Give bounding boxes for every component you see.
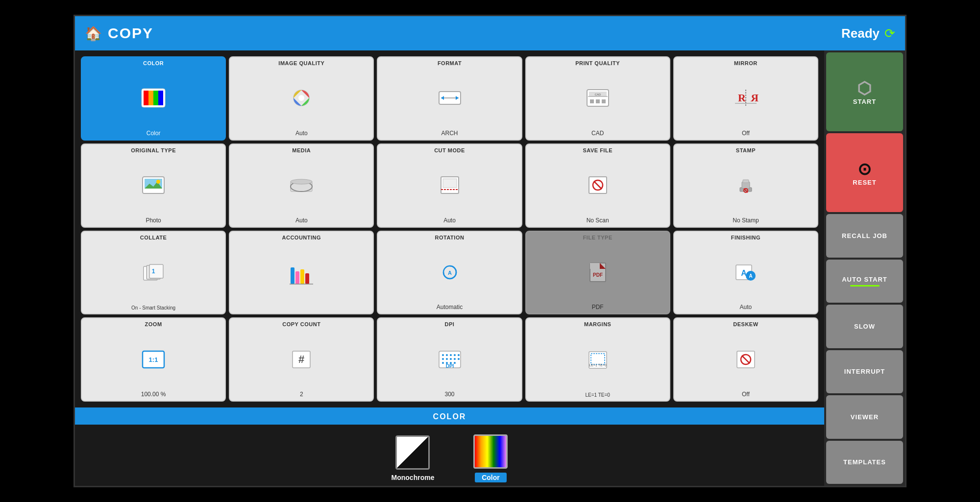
deskew-icon [733,349,759,370]
tile-cut-mode[interactable]: CUT MODE Auto [377,143,522,228]
monochrome-swatch [395,435,430,470]
svg-text:PDF: PDF [593,272,603,278]
svg-rect-37 [743,180,749,183]
main-area: COLOR Color [75,50,905,486]
print-quality-icon: CAD [585,88,611,108]
page-title: COPY [108,25,153,42]
svg-rect-45 [295,271,299,284]
media-icon [289,175,314,195]
svg-rect-1 [144,91,148,105]
svg-point-25 [156,180,160,184]
format-icon [437,88,463,108]
slow-button[interactable]: SLOW [826,305,903,348]
tile-image-quality[interactable]: IMAGE QUALITY Auto [229,56,374,141]
svg-rect-2 [148,91,153,105]
svg-text:#: # [298,353,304,365]
collate-icon: 1 [141,263,166,283]
finishing-icon: A A [733,262,759,283]
svg-point-66 [450,354,452,356]
svg-rect-13 [590,99,594,103]
color-swatch-rainbow [473,434,508,469]
tile-margins[interactable]: MARGINS LE=1 TE=0 LE=1 TE=0 [525,317,670,402]
original-type-icon [141,175,166,195]
tile-zoom[interactable]: ZOOM 1:1 100.00 % [81,317,226,402]
interrupt-button[interactable]: INTERRUPT [826,350,903,394]
grid-row-1: COLOR Color [81,56,818,141]
svg-point-74 [442,362,444,364]
svg-rect-14 [596,99,600,103]
color-panel-title: COLOR [433,412,466,421]
svg-text:R: R [750,92,759,104]
svg-rect-31 [443,179,457,188]
svg-point-69 [442,358,444,360]
header-right: Ready ⟳ [841,26,895,41]
svg-rect-4 [158,91,163,105]
svg-point-73 [458,358,460,360]
grid-panel: COLOR Color [75,50,824,407]
auto-start-button[interactable]: AUTO START [826,260,903,303]
grid-row-2: ORIGINAL TYPE Photo [81,143,818,228]
svg-point-70 [446,358,448,360]
copy-count-icon: # [289,349,314,370]
svg-text:DPI: DPI [445,363,454,369]
tile-rotation[interactable]: ROTATION A Automatic [377,231,522,315]
svg-text:A: A [749,273,752,279]
color-label: Color [475,473,507,482]
start-button[interactable]: ⬡ START [826,52,903,131]
svg-rect-53 [590,263,600,269]
svg-rect-3 [153,91,158,105]
header-left: 🏠 COPY [85,25,153,42]
svg-rect-44 [291,267,294,284]
svg-point-64 [442,354,444,356]
color-panel: COLOR Monochrome Color [75,407,824,486]
svg-point-65 [446,354,448,356]
reset-icon: ⊙ [858,159,872,179]
svg-point-6 [298,95,304,101]
viewer-button[interactable]: VIEWER [826,395,903,439]
monochrome-label: Monochrome [392,474,435,481]
tile-format[interactable]: FORMAT ARCH [377,56,522,141]
color-panel-header: COLOR [75,409,824,425]
tile-finishing[interactable]: FINISHING A A Auto [673,231,818,315]
tile-stamp[interactable]: STAMP No Stamp [673,143,818,228]
svg-rect-46 [300,269,304,284]
svg-point-72 [454,358,456,360]
svg-point-71 [450,358,452,360]
tile-media[interactable]: MEDIA Auto [229,143,374,228]
color-icon [141,88,166,108]
tile-dpi[interactable]: DPI [377,317,522,402]
tile-copy-count[interactable]: COPY COUNT # 2 [229,317,374,402]
tile-file-type[interactable]: FILE TYPE PDF PDF [525,231,670,315]
tile-original-type[interactable]: ORIGINAL TYPE Photo [81,143,226,228]
svg-point-68 [458,354,460,356]
tile-save-file[interactable]: SAVE FILE No Scan [525,143,670,228]
tile-color[interactable]: COLOR Color [81,56,226,141]
templates-button[interactable]: TEMPLATES [826,441,903,484]
mirror-icon: R R [733,88,759,108]
home-icon[interactable]: 🏠 [85,25,102,42]
start-icon: ⬡ [857,78,872,98]
svg-text:LE=1 TE=0: LE=1 TE=0 [589,363,606,367]
svg-rect-15 [602,99,606,103]
tile-accounting[interactable]: ACCOUNTING [229,231,374,315]
grid-row-4: ZOOM 1:1 100.00 % COPY COUNT [81,317,818,402]
color-option-monochrome[interactable]: Monochrome [392,435,435,481]
svg-rect-47 [305,273,309,284]
reset-button[interactable]: ⊙ RESET [826,133,903,212]
recall-job-button[interactable]: RECALL JOB [826,214,903,258]
right-sidebar: ⬡ START ⊙ RESET RECALL JOB AUTO START SL… [824,50,905,486]
svg-text:A: A [448,270,452,276]
svg-text:CAD: CAD [594,93,601,96]
svg-point-28 [291,179,312,184]
tile-collate[interactable]: COLLATE 1 On - Smart Stacking [81,231,226,315]
image-quality-icon [289,88,314,108]
screen: 🏠 COPY Ready ⟳ COLOR [74,15,906,487]
svg-text:R: R [738,92,746,104]
tile-mirror[interactable]: MIRROR R R Off [673,56,818,141]
color-panel-options: Monochrome Color [75,425,824,492]
tile-print-quality[interactable]: PRINT QUALITY CAD [525,56,670,141]
dpi-icon: DPI [437,349,463,370]
color-option-color[interactable]: Color [473,434,508,482]
svg-point-67 [454,354,456,356]
tile-deskew[interactable]: DESKEW Off [673,317,818,402]
